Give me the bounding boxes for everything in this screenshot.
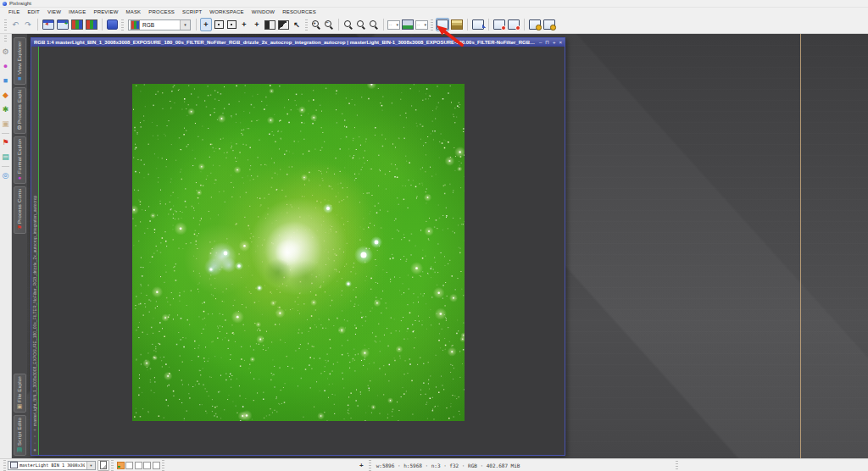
side-state-icon[interactable]: ●	[33, 446, 36, 453]
view-selector[interactable]: masterLight_BIN_1_3008x3008_EXPOS ▾	[8, 461, 96, 470]
workspace-3-button[interactable]	[135, 462, 142, 469]
window-minimize-button[interactable]: –	[538, 39, 542, 46]
chevron-down-icon[interactable]: ▾	[86, 462, 95, 469]
workspace[interactable]: RGB 1:4 masterLight_BIN_1_3008x3008_EXPO…	[27, 34, 868, 458]
side-mode-icon[interactable]: ▫	[34, 433, 36, 440]
flip-icon	[278, 20, 289, 30]
statusbar-handle[interactable]	[111, 460, 114, 471]
display-mode-selector[interactable]: ··▾	[415, 20, 428, 30]
side-view-icon[interactable]: ◦	[34, 440, 36, 446]
blue-square-icon[interactable]: ■	[3, 74, 8, 88]
window-close-button[interactable]: ×	[558, 39, 563, 46]
image-window-titlebar[interactable]: RGB 1:4 masterLight_BIN_1_3008x3008_EXPO…	[31, 38, 565, 47]
menu-mask[interactable]: MASK	[126, 9, 142, 14]
menu-view[interactable]: VIEW	[47, 9, 61, 14]
toolbar-handle[interactable]	[305, 19, 308, 30]
screen-marker-add-button[interactable]	[542, 18, 556, 31]
rgb-image-alt-button[interactable]	[85, 18, 98, 31]
menu-resources[interactable]: RESOURCES	[282, 9, 316, 14]
invert-display-button[interactable]	[264, 18, 276, 31]
tab-file-explorer[interactable]: File Explorer ▣	[14, 374, 26, 413]
statusbar-handle[interactable]	[162, 460, 164, 471]
redo-button[interactable]: ↷	[22, 18, 34, 31]
screen-record-button[interactable]	[492, 18, 506, 31]
rgb-image-button[interactable]	[70, 18, 84, 31]
astro-image[interactable]	[132, 84, 465, 421]
menu-window[interactable]: WINDOW	[252, 9, 275, 14]
select-mode-button[interactable]: ↖	[291, 18, 303, 31]
toolbar-handle[interactable]	[4, 19, 7, 30]
rail-handle[interactable]	[4, 36, 7, 42]
image-view[interactable]	[39, 47, 565, 455]
toolbar-handle[interactable]	[121, 19, 124, 30]
stf-button[interactable]	[401, 18, 415, 31]
undo-button[interactable]: ↶	[9, 18, 21, 31]
window-zoom-button[interactable]: +	[552, 39, 557, 46]
image-window-side-bar[interactable]: masterLight_BIN_1_3008x3008_EXPOSURE_180…	[31, 47, 39, 455]
new-window-button[interactable]	[56, 18, 70, 31]
screen-record-alt-button[interactable]	[507, 18, 520, 31]
red-flag-icon[interactable]: ⚑	[2, 136, 8, 150]
center-view-button[interactable]: +	[251, 18, 263, 31]
menu-preview[interactable]: PREVIEW	[93, 9, 118, 14]
tab-process-console[interactable]: Process Console ⚑	[14, 186, 26, 234]
script-page-icon[interactable]: ▤	[2, 150, 9, 164]
monitor-yellow-plus-icon	[543, 19, 555, 30]
tab-view-explorer[interactable]: View Explorer ■	[14, 37, 26, 85]
green-asterisk-icon[interactable]: ✱	[3, 103, 9, 117]
workspace-2-button[interactable]	[125, 462, 133, 469]
readout-mode-button[interactable]: +	[200, 18, 212, 31]
menu-workspace[interactable]: WORKSPACE	[209, 9, 243, 14]
blue-image-button[interactable]	[106, 18, 119, 31]
menu-script[interactable]: SCRIPT	[182, 9, 202, 14]
statusbar-handle[interactable]	[3, 460, 6, 471]
side-zoom-icon[interactable]: +	[33, 426, 36, 433]
statusbar-handle[interactable]	[676, 461, 678, 471]
screen-marker-button[interactable]	[528, 18, 542, 31]
zoom-to-optimal-button[interactable]	[225, 18, 237, 31]
chevron-down-icon[interactable]: ▾	[180, 20, 190, 30]
rail-separator	[2, 166, 9, 167]
statusbar-handle[interactable]	[369, 460, 371, 471]
screen-send-button[interactable]	[471, 18, 485, 31]
zoom-fill-button[interactable]	[368, 18, 380, 31]
pixinsight-logo-icon	[3, 2, 7, 6]
monitor-yellow-dot-icon	[529, 19, 541, 30]
magenta-circle-icon[interactable]: ●	[3, 59, 8, 74]
menu-process[interactable]: PROCESS	[148, 9, 175, 14]
image-window[interactable]: RGB 1:4 masterLight_BIN_1_3008x3008_EXPO…	[31, 37, 565, 456]
zoom-fit-button[interactable]	[355, 18, 367, 31]
channel-selector[interactable]: RGB ▾	[128, 19, 191, 30]
zoom-11-button[interactable]	[342, 18, 354, 31]
menu-edit[interactable]: EDIT	[27, 9, 39, 14]
tab-format-explorer[interactable]: Format Explorer ●	[14, 136, 26, 184]
zoom-ratio-value: ··	[389, 22, 392, 27]
zoom-out-button[interactable]: −	[323, 18, 335, 31]
gear-icon[interactable]: ⚙	[2, 45, 8, 59]
zoom-to-fit-button[interactable]	[213, 18, 225, 31]
menu-image[interactable]: IMAGE	[69, 9, 86, 14]
restore-window-button[interactable]	[42, 18, 55, 31]
file-explorer-icon: ▣	[17, 403, 23, 410]
zoom-out-icon: −	[325, 20, 333, 29]
tab-process-explorer[interactable]: Process Explorer ⚙	[14, 87, 26, 134]
orange-diamond-icon[interactable]: ◆	[3, 88, 8, 103]
screen-mode-button[interactable]	[436, 18, 449, 31]
menu-file[interactable]: FILE	[8, 9, 19, 14]
zoom-fill-icon	[370, 20, 378, 29]
workspace-4-button[interactable]	[143, 462, 151, 469]
zoom-in-button[interactable]: +	[310, 18, 322, 31]
view-properties-button[interactable]	[97, 460, 109, 471]
tab-script-editor[interactable]: Script Editor ▤	[14, 415, 26, 456]
window-shade-button[interactable]: ⊓	[544, 39, 550, 46]
workspace-1-button[interactable]	[117, 462, 125, 469]
pan-mode-button[interactable]: +	[238, 18, 250, 31]
workspace-5-button[interactable]	[153, 462, 160, 469]
zoom-ratio-selector[interactable]: ··▾	[387, 20, 400, 30]
toolbar-handle[interactable]	[431, 19, 433, 30]
flip-display-button[interactable]	[277, 18, 290, 31]
tab-label: Script Editor	[17, 418, 22, 446]
cube-icon[interactable]: ▣	[2, 117, 9, 131]
target-icon[interactable]: ◎	[3, 169, 9, 183]
screen-image-button[interactable]	[450, 18, 464, 31]
